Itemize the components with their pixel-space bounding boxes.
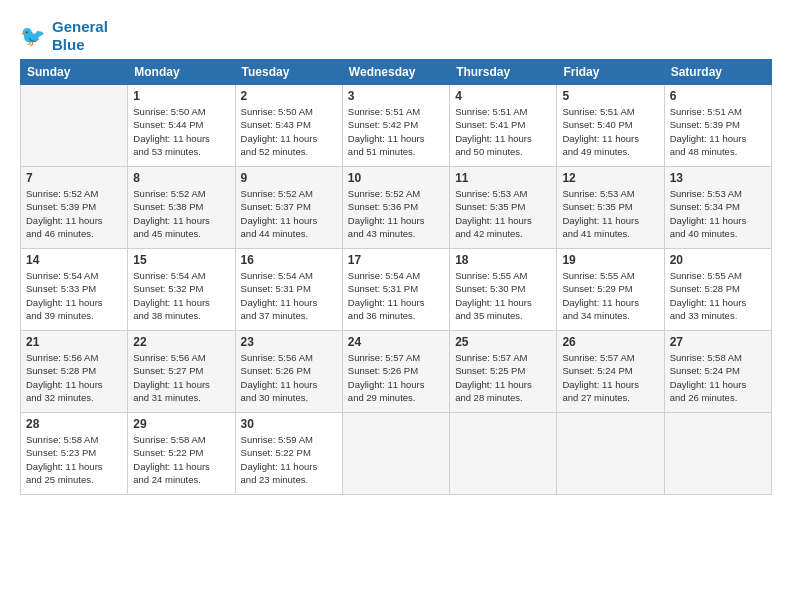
day-info: Sunrise: 5:57 AM Sunset: 5:25 PM Dayligh…	[455, 351, 551, 404]
calendar-cell: 9Sunrise: 5:52 AM Sunset: 5:37 PM Daylig…	[235, 167, 342, 249]
day-number: 9	[241, 171, 337, 185]
day-number: 3	[348, 89, 444, 103]
day-info: Sunrise: 5:56 AM Sunset: 5:26 PM Dayligh…	[241, 351, 337, 404]
calendar-cell: 24Sunrise: 5:57 AM Sunset: 5:26 PM Dayli…	[342, 331, 449, 413]
day-number: 12	[562, 171, 658, 185]
day-info: Sunrise: 5:50 AM Sunset: 5:43 PM Dayligh…	[241, 105, 337, 158]
calendar-cell: 11Sunrise: 5:53 AM Sunset: 5:35 PM Dayli…	[450, 167, 557, 249]
day-info: Sunrise: 5:56 AM Sunset: 5:28 PM Dayligh…	[26, 351, 122, 404]
day-number: 7	[26, 171, 122, 185]
calendar-cell: 28Sunrise: 5:58 AM Sunset: 5:23 PM Dayli…	[21, 413, 128, 495]
calendar-cell: 5Sunrise: 5:51 AM Sunset: 5:40 PM Daylig…	[557, 85, 664, 167]
calendar-cell: 25Sunrise: 5:57 AM Sunset: 5:25 PM Dayli…	[450, 331, 557, 413]
day-info: Sunrise: 5:50 AM Sunset: 5:44 PM Dayligh…	[133, 105, 229, 158]
day-info: Sunrise: 5:59 AM Sunset: 5:22 PM Dayligh…	[241, 433, 337, 486]
calendar-header-sunday: Sunday	[21, 60, 128, 85]
day-info: Sunrise: 5:52 AM Sunset: 5:37 PM Dayligh…	[241, 187, 337, 240]
calendar-cell	[664, 413, 771, 495]
day-number: 8	[133, 171, 229, 185]
calendar-header-saturday: Saturday	[664, 60, 771, 85]
calendar-header-wednesday: Wednesday	[342, 60, 449, 85]
day-number: 23	[241, 335, 337, 349]
calendar-header-row: SundayMondayTuesdayWednesdayThursdayFrid…	[21, 60, 772, 85]
calendar-cell: 27Sunrise: 5:58 AM Sunset: 5:24 PM Dayli…	[664, 331, 771, 413]
day-info: Sunrise: 5:53 AM Sunset: 5:34 PM Dayligh…	[670, 187, 766, 240]
calendar-cell: 13Sunrise: 5:53 AM Sunset: 5:34 PM Dayli…	[664, 167, 771, 249]
calendar-cell: 10Sunrise: 5:52 AM Sunset: 5:36 PM Dayli…	[342, 167, 449, 249]
day-info: Sunrise: 5:51 AM Sunset: 5:42 PM Dayligh…	[348, 105, 444, 158]
day-number: 4	[455, 89, 551, 103]
day-info: Sunrise: 5:56 AM Sunset: 5:27 PM Dayligh…	[133, 351, 229, 404]
calendar-cell: 17Sunrise: 5:54 AM Sunset: 5:31 PM Dayli…	[342, 249, 449, 331]
day-number: 14	[26, 253, 122, 267]
day-info: Sunrise: 5:57 AM Sunset: 5:24 PM Dayligh…	[562, 351, 658, 404]
calendar-cell: 23Sunrise: 5:56 AM Sunset: 5:26 PM Dayli…	[235, 331, 342, 413]
day-info: Sunrise: 5:51 AM Sunset: 5:39 PM Dayligh…	[670, 105, 766, 158]
calendar-cell: 3Sunrise: 5:51 AM Sunset: 5:42 PM Daylig…	[342, 85, 449, 167]
calendar-cell	[342, 413, 449, 495]
day-number: 13	[670, 171, 766, 185]
day-number: 25	[455, 335, 551, 349]
calendar-cell: 1Sunrise: 5:50 AM Sunset: 5:44 PM Daylig…	[128, 85, 235, 167]
calendar-week-row: 21Sunrise: 5:56 AM Sunset: 5:28 PM Dayli…	[21, 331, 772, 413]
day-info: Sunrise: 5:55 AM Sunset: 5:28 PM Dayligh…	[670, 269, 766, 322]
calendar-cell: 2Sunrise: 5:50 AM Sunset: 5:43 PM Daylig…	[235, 85, 342, 167]
day-info: Sunrise: 5:58 AM Sunset: 5:23 PM Dayligh…	[26, 433, 122, 486]
calendar-cell	[21, 85, 128, 167]
calendar-cell: 14Sunrise: 5:54 AM Sunset: 5:33 PM Dayli…	[21, 249, 128, 331]
calendar-cell: 16Sunrise: 5:54 AM Sunset: 5:31 PM Dayli…	[235, 249, 342, 331]
day-info: Sunrise: 5:57 AM Sunset: 5:26 PM Dayligh…	[348, 351, 444, 404]
day-info: Sunrise: 5:58 AM Sunset: 5:22 PM Dayligh…	[133, 433, 229, 486]
day-number: 11	[455, 171, 551, 185]
day-number: 20	[670, 253, 766, 267]
calendar-cell: 19Sunrise: 5:55 AM Sunset: 5:29 PM Dayli…	[557, 249, 664, 331]
day-number: 17	[348, 253, 444, 267]
day-info: Sunrise: 5:51 AM Sunset: 5:41 PM Dayligh…	[455, 105, 551, 158]
calendar-week-row: 28Sunrise: 5:58 AM Sunset: 5:23 PM Dayli…	[21, 413, 772, 495]
day-number: 26	[562, 335, 658, 349]
day-number: 2	[241, 89, 337, 103]
logo-line1: General	[52, 18, 108, 35]
logo-icon: 🐦	[20, 22, 48, 50]
day-number: 1	[133, 89, 229, 103]
day-info: Sunrise: 5:55 AM Sunset: 5:30 PM Dayligh…	[455, 269, 551, 322]
day-number: 21	[26, 335, 122, 349]
calendar-header-tuesday: Tuesday	[235, 60, 342, 85]
day-info: Sunrise: 5:58 AM Sunset: 5:24 PM Dayligh…	[670, 351, 766, 404]
calendar-week-row: 7Sunrise: 5:52 AM Sunset: 5:39 PM Daylig…	[21, 167, 772, 249]
day-info: Sunrise: 5:55 AM Sunset: 5:29 PM Dayligh…	[562, 269, 658, 322]
day-number: 18	[455, 253, 551, 267]
day-number: 22	[133, 335, 229, 349]
calendar-cell: 29Sunrise: 5:58 AM Sunset: 5:22 PM Dayli…	[128, 413, 235, 495]
day-info: Sunrise: 5:52 AM Sunset: 5:39 PM Dayligh…	[26, 187, 122, 240]
day-info: Sunrise: 5:52 AM Sunset: 5:36 PM Dayligh…	[348, 187, 444, 240]
day-info: Sunrise: 5:54 AM Sunset: 5:33 PM Dayligh…	[26, 269, 122, 322]
day-number: 10	[348, 171, 444, 185]
day-number: 15	[133, 253, 229, 267]
logo: 🐦 General Blue	[20, 18, 108, 53]
day-info: Sunrise: 5:54 AM Sunset: 5:31 PM Dayligh…	[348, 269, 444, 322]
calendar-header-friday: Friday	[557, 60, 664, 85]
day-number: 30	[241, 417, 337, 431]
calendar-cell: 8Sunrise: 5:52 AM Sunset: 5:38 PM Daylig…	[128, 167, 235, 249]
calendar-cell: 30Sunrise: 5:59 AM Sunset: 5:22 PM Dayli…	[235, 413, 342, 495]
calendar-cell: 4Sunrise: 5:51 AM Sunset: 5:41 PM Daylig…	[450, 85, 557, 167]
calendar-header-thursday: Thursday	[450, 60, 557, 85]
calendar-cell: 18Sunrise: 5:55 AM Sunset: 5:30 PM Dayli…	[450, 249, 557, 331]
calendar-cell	[450, 413, 557, 495]
day-number: 24	[348, 335, 444, 349]
day-number: 29	[133, 417, 229, 431]
logo-text: General Blue	[52, 18, 108, 53]
calendar-cell: 21Sunrise: 5:56 AM Sunset: 5:28 PM Dayli…	[21, 331, 128, 413]
day-number: 6	[670, 89, 766, 103]
svg-text:🐦: 🐦	[20, 22, 46, 48]
calendar-header-monday: Monday	[128, 60, 235, 85]
day-info: Sunrise: 5:54 AM Sunset: 5:32 PM Dayligh…	[133, 269, 229, 322]
calendar-week-row: 1Sunrise: 5:50 AM Sunset: 5:44 PM Daylig…	[21, 85, 772, 167]
day-info: Sunrise: 5:53 AM Sunset: 5:35 PM Dayligh…	[562, 187, 658, 240]
day-number: 5	[562, 89, 658, 103]
calendar-cell: 22Sunrise: 5:56 AM Sunset: 5:27 PM Dayli…	[128, 331, 235, 413]
day-info: Sunrise: 5:51 AM Sunset: 5:40 PM Dayligh…	[562, 105, 658, 158]
day-info: Sunrise: 5:53 AM Sunset: 5:35 PM Dayligh…	[455, 187, 551, 240]
calendar-cell: 12Sunrise: 5:53 AM Sunset: 5:35 PM Dayli…	[557, 167, 664, 249]
